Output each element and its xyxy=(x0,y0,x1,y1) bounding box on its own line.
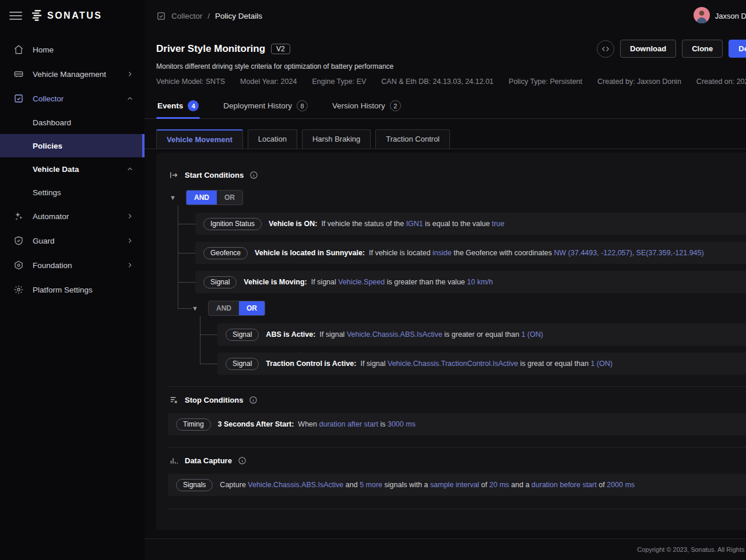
breadcrumb: Collector / Policy Details xyxy=(156,11,262,21)
subtab-traction-control[interactable]: Traction Control xyxy=(375,129,450,149)
condition-type-pill: Signal xyxy=(226,329,259,341)
tab-events[interactable]: Events 4 xyxy=(156,95,200,118)
shield-check-icon xyxy=(13,235,24,246)
data-capture-icon xyxy=(169,456,179,466)
capture-signals-row[interactable]: Signals Capture Vehicle.Chassis.ABS.IsAc… xyxy=(168,474,746,496)
sidebar-header: SONATUS xyxy=(0,0,145,31)
user-name: Jaxson Donin xyxy=(715,12,746,20)
condition-abs-active[interactable]: Signal ABS is Active: If signal Vehicle.… xyxy=(217,323,746,346)
condition-vehicle-moving[interactable]: Signal Vehicle is Moving: If signal Vehi… xyxy=(195,271,746,293)
or-option[interactable]: OR xyxy=(217,191,242,205)
sidebar-item-policies[interactable]: Policies xyxy=(0,134,145,157)
deploy-button[interactable]: Deploy xyxy=(729,40,746,58)
chevron-right-icon xyxy=(126,261,134,269)
topbar: Collector / Policy Details Jaxson Donin xyxy=(145,0,746,31)
section-divider xyxy=(168,386,746,387)
logic-group-1: ▼ AND OR xyxy=(168,189,746,206)
info-icon[interactable] xyxy=(238,456,247,465)
collapse-caret-icon[interactable]: ▼ xyxy=(192,305,208,312)
event-subtabs: Vehicle Movement Location Harsh Braking … xyxy=(145,119,746,149)
breadcrumb-collector[interactable]: Collector xyxy=(171,12,202,20)
sidebar-item-vehicle-management[interactable]: Vehicle Management xyxy=(0,62,145,86)
code-view-button[interactable] xyxy=(597,40,614,58)
deployment-history-count-badge: 8 xyxy=(297,100,308,111)
collapse-caret-icon[interactable]: ▼ xyxy=(170,194,186,201)
condition-type-pill: Signal xyxy=(226,358,259,370)
or-option[interactable]: OR xyxy=(239,301,265,315)
chevron-up-icon xyxy=(126,94,134,103)
sidebar-item-settings[interactable]: Settings xyxy=(0,181,145,204)
start-conditions-header: Start Conditions xyxy=(169,170,746,180)
sidebar-item-vehicle-data[interactable]: Vehicle Data xyxy=(0,157,145,181)
breadcrumb-separator: / xyxy=(207,12,210,20)
sonatus-logo-icon xyxy=(30,9,43,23)
subtab-vehicle-movement[interactable]: Vehicle Movement xyxy=(156,129,243,149)
page-header: Driver Style Monitoring V2 Download Clon… xyxy=(145,31,746,86)
version-badge: V2 xyxy=(271,44,290,54)
data-capture-header: Data Capture xyxy=(169,456,746,466)
condition-type-pill: Geofence xyxy=(203,247,248,259)
section-divider xyxy=(168,509,746,509)
condition-timing[interactable]: Timing 3 Seconds After Start: When durat… xyxy=(168,413,746,435)
subtab-location[interactable]: Location xyxy=(248,129,297,149)
and-or-toggle-2: AND OR xyxy=(208,301,265,316)
stop-conditions-icon xyxy=(169,395,179,405)
sidebar-item-guard[interactable]: Guard xyxy=(0,228,145,253)
footer: Copyright © 2023, Sonatus. All Rights Re… xyxy=(145,538,746,560)
meta-engine-type: Engine Type: EV xyxy=(312,78,366,86)
sparkles-icon xyxy=(13,210,24,222)
stop-conditions-header: Stop Conditions xyxy=(169,395,746,405)
brand-name: SONATUS xyxy=(47,10,103,21)
start-conditions-tree: ▼ AND OR Ignition Status Vehicle is ON: … xyxy=(168,189,746,375)
header-actions: Download Clone Deploy xyxy=(597,40,746,58)
condition-type-pill: Signals xyxy=(176,479,213,491)
meta-policy-type: Policy Type: Persistent xyxy=(509,78,582,86)
condition-traction-control-active[interactable]: Signal Traction Control is Active: If si… xyxy=(217,353,746,375)
hamburger-menu-icon[interactable] xyxy=(9,9,22,22)
sidebar-item-home[interactable]: Home xyxy=(0,37,145,62)
meta-created-on: Created on: 2023-12-04 xyxy=(696,78,746,86)
tab-version-history[interactable]: Version History 2 xyxy=(331,95,402,118)
sidebar-nav: Home Vehicle Management Collector Dashbo… xyxy=(0,31,145,302)
main-tabs: Events 4 Deployment History 8 Version Hi… xyxy=(145,95,746,119)
logic-group-2: ▼ AND OR xyxy=(190,300,746,316)
sonatus-logo: SONATUS xyxy=(30,9,103,23)
condition-type-pill: Timing xyxy=(176,418,211,431)
info-icon[interactable] xyxy=(249,396,258,404)
subtab-harsh-braking[interactable]: Harsh Braking xyxy=(302,129,371,149)
info-icon[interactable] xyxy=(249,171,258,179)
sidebar-item-foundation[interactable]: Foundation xyxy=(0,253,145,277)
event-config-card: Start Conditions ▼ AND OR Ignition Statu… xyxy=(156,153,746,530)
chevron-right-icon xyxy=(126,212,134,220)
download-button[interactable]: Download xyxy=(620,40,676,58)
events-count-badge: 4 xyxy=(188,100,199,111)
meta-created-by: Created by: Jaxson Donin xyxy=(597,78,681,86)
breadcrumb-policy-details: Policy Details xyxy=(215,12,262,20)
clone-button[interactable]: Clone xyxy=(682,40,723,58)
chevron-right-icon xyxy=(126,70,134,78)
and-option[interactable]: AND xyxy=(209,301,239,315)
chevron-up-icon xyxy=(126,165,134,173)
meta-model-year: Model Year: 2024 xyxy=(240,78,297,86)
tab-deployment-history[interactable]: Deployment History 8 xyxy=(222,95,309,118)
gear-icon xyxy=(13,284,24,295)
section-divider xyxy=(168,447,746,448)
page-title: Driver Style Monitoring xyxy=(156,43,265,55)
vehicle-icon xyxy=(13,68,24,80)
condition-geofence[interactable]: Geofence Vehicle is located in Sunnyvale… xyxy=(195,242,746,264)
main-area: Collector / Policy Details Jaxson Donin … xyxy=(145,0,746,560)
sidebar-item-dashboard[interactable]: Dashboard xyxy=(0,111,145,134)
copyright-text: Copyright © 2023, Sonatus. All Rights Re… xyxy=(637,546,746,553)
condition-ignition-status[interactable]: Ignition Status Vehicle is ON: If vehicl… xyxy=(195,213,746,235)
user-menu[interactable]: Jaxson Donin xyxy=(694,7,746,25)
sidebar-item-platform-settings[interactable]: Platform Settings xyxy=(0,277,145,302)
policy-meta: Vehicle Model: SNTS Model Year: 2024 Eng… xyxy=(156,78,746,86)
and-or-toggle-1: AND OR xyxy=(186,190,243,205)
condition-type-pill: Ignition Status xyxy=(203,218,262,230)
sidebar-item-collector[interactable]: Collector xyxy=(0,86,145,111)
and-option[interactable]: AND xyxy=(186,191,217,205)
collector-icon xyxy=(156,11,166,21)
sidebar-item-automator[interactable]: Automator xyxy=(0,204,145,228)
start-conditions-icon xyxy=(169,170,179,180)
avatar xyxy=(694,7,710,25)
